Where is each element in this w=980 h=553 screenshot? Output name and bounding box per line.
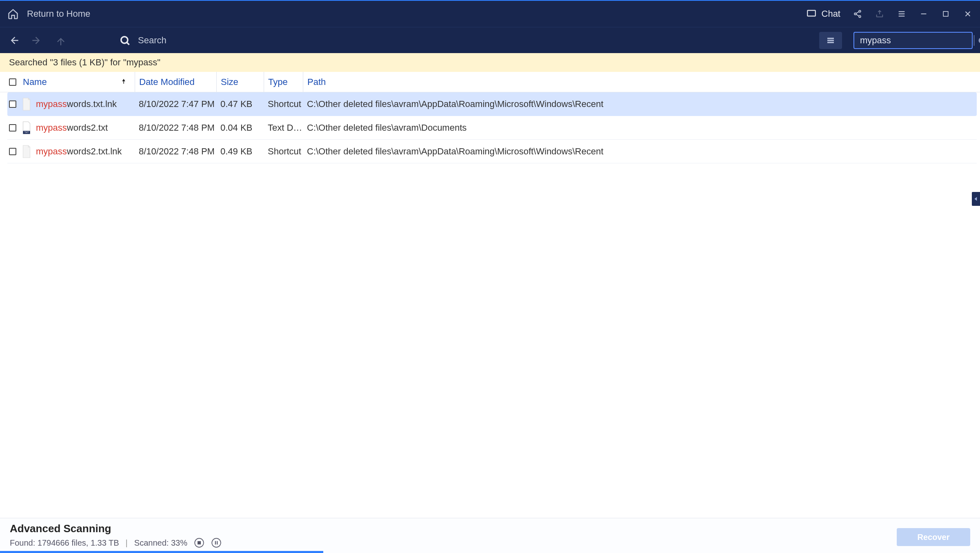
cell-name: TXTmypasswords2.txt bbox=[20, 121, 135, 134]
cell-date: 8/10/2022 7:48 PM bbox=[135, 123, 216, 133]
column-name[interactable]: Name bbox=[20, 77, 135, 87]
table-row[interactable]: mypasswords2.txt.lnk8/10/2022 7:48 PM0.4… bbox=[7, 140, 977, 163]
up-icon[interactable] bbox=[55, 34, 67, 47]
progress-bar bbox=[0, 551, 323, 553]
cell-path: C:\Other deleted files\avram\AppData\Roa… bbox=[303, 99, 975, 109]
row-checkbox[interactable] bbox=[9, 124, 16, 132]
stop-icon[interactable] bbox=[194, 537, 204, 548]
svg-point-6 bbox=[979, 37, 980, 43]
select-all-checkbox[interactable] bbox=[9, 78, 16, 86]
match-highlight: mypass bbox=[36, 146, 67, 156]
cell-type: Shortcut bbox=[264, 146, 303, 157]
table-row[interactable]: mypasswords.txt.lnk8/10/2022 7:47 PM0.47… bbox=[7, 92, 977, 116]
side-panel-toggle[interactable] bbox=[972, 192, 980, 206]
close-icon[interactable] bbox=[963, 9, 973, 19]
title-bar: Return to Home Chat bbox=[0, 0, 980, 27]
search-status: Searched "3 files (1 KB)" for "mypass" bbox=[0, 53, 980, 72]
row-checkbox-cell bbox=[9, 148, 20, 155]
svg-rect-10 bbox=[198, 542, 201, 544]
title-right: Chat bbox=[806, 9, 973, 19]
column-size[interactable]: Size bbox=[216, 72, 264, 92]
forward-icon[interactable] bbox=[31, 34, 43, 47]
separator: | bbox=[126, 538, 128, 548]
column-name-label: Name bbox=[23, 77, 47, 87]
chat-button[interactable]: Chat bbox=[806, 9, 840, 19]
column-type[interactable]: Type bbox=[264, 72, 303, 92]
pause-icon[interactable] bbox=[211, 537, 222, 548]
column-type-label: Type bbox=[268, 77, 288, 87]
toolbar: Search bbox=[0, 27, 980, 53]
file-icon: TXT bbox=[21, 121, 32, 134]
cell-date: 8/10/2022 7:48 PM bbox=[135, 146, 216, 157]
scanned-text: Scanned: 33% bbox=[134, 538, 187, 548]
cell-path: C:\Other deleted files\avram\Documents bbox=[303, 123, 975, 133]
svg-point-11 bbox=[212, 538, 221, 547]
table-header: Name Date Modified Size Type Path bbox=[0, 72, 980, 92]
sort-asc-icon bbox=[120, 77, 127, 87]
cell-size: 0.04 KB bbox=[216, 123, 264, 133]
file-name: mypasswords2.txt.lnk bbox=[36, 146, 122, 157]
match-highlight: mypass bbox=[36, 99, 67, 109]
status-text: Searched "3 files (1 KB)" for "mypass" bbox=[9, 57, 160, 68]
column-date-label: Date Modified bbox=[139, 77, 195, 87]
share-icon[interactable] bbox=[853, 9, 862, 19]
row-checkbox[interactable] bbox=[9, 148, 16, 155]
search-group: Search bbox=[119, 35, 167, 46]
export-icon[interactable] bbox=[875, 9, 884, 19]
cell-size: 0.47 KB bbox=[216, 99, 264, 109]
recover-label: Recover bbox=[918, 533, 950, 542]
minimize-icon[interactable] bbox=[919, 9, 929, 19]
file-list: mypasswords.txt.lnk8/10/2022 7:47 PM0.47… bbox=[0, 92, 980, 163]
search-icon[interactable] bbox=[119, 35, 131, 46]
footer: Advanced Scanning Found: 1794666 files, … bbox=[0, 518, 980, 553]
table-row[interactable]: TXTmypasswords2.txt8/10/2022 7:48 PM0.04… bbox=[7, 116, 977, 140]
back-icon[interactable] bbox=[7, 34, 20, 47]
chat-label: Chat bbox=[822, 9, 840, 19]
clear-search-icon[interactable] bbox=[978, 36, 980, 45]
file-icon bbox=[21, 98, 32, 111]
match-highlight: mypass bbox=[36, 123, 67, 133]
footer-left: Advanced Scanning Found: 1794666 files, … bbox=[10, 522, 222, 548]
file-name: mypasswords.txt.lnk bbox=[36, 99, 117, 109]
cell-size: 0.49 KB bbox=[216, 146, 264, 157]
file-icon bbox=[21, 145, 32, 158]
cell-date: 8/10/2022 7:47 PM bbox=[135, 99, 216, 109]
svg-point-5 bbox=[121, 36, 128, 43]
cell-type: Shortcut bbox=[264, 99, 303, 109]
column-path-label: Path bbox=[307, 77, 326, 87]
view-options-button[interactable] bbox=[819, 32, 842, 49]
column-size-label: Size bbox=[221, 77, 238, 87]
recover-button[interactable]: Recover bbox=[897, 528, 970, 546]
home-icon[interactable] bbox=[7, 8, 19, 20]
scan-sub: Found: 1794666 files, 1.33 TB | Scanned:… bbox=[10, 537, 222, 548]
cell-name: mypasswords2.txt.lnk bbox=[20, 145, 135, 158]
menu-icon[interactable] bbox=[897, 9, 907, 19]
cell-name: mypasswords.txt.lnk bbox=[20, 98, 135, 111]
svg-rect-4 bbox=[943, 11, 948, 16]
cell-type: Text Docu... bbox=[264, 123, 303, 133]
title-left: Return to Home bbox=[7, 8, 90, 20]
row-checkbox-cell bbox=[9, 100, 20, 108]
search-input[interactable] bbox=[860, 35, 974, 46]
column-path[interactable]: Path bbox=[303, 72, 971, 92]
column-date[interactable]: Date Modified bbox=[135, 72, 216, 92]
search-box bbox=[853, 32, 973, 49]
svg-text:TXT: TXT bbox=[24, 131, 29, 134]
found-text: Found: 1794666 files, 1.33 TB bbox=[10, 538, 119, 548]
file-name: mypasswords2.txt bbox=[36, 123, 108, 133]
scan-title: Advanced Scanning bbox=[10, 522, 222, 535]
maximize-icon[interactable] bbox=[941, 9, 951, 19]
row-checkbox-cell bbox=[9, 124, 20, 132]
search-label: Search bbox=[138, 35, 167, 46]
cell-path: C:\Other deleted files\avram\AppData\Roa… bbox=[303, 146, 975, 157]
return-home-link[interactable]: Return to Home bbox=[27, 9, 90, 19]
row-checkbox[interactable] bbox=[9, 100, 16, 108]
header-checkbox-cell bbox=[9, 78, 20, 86]
